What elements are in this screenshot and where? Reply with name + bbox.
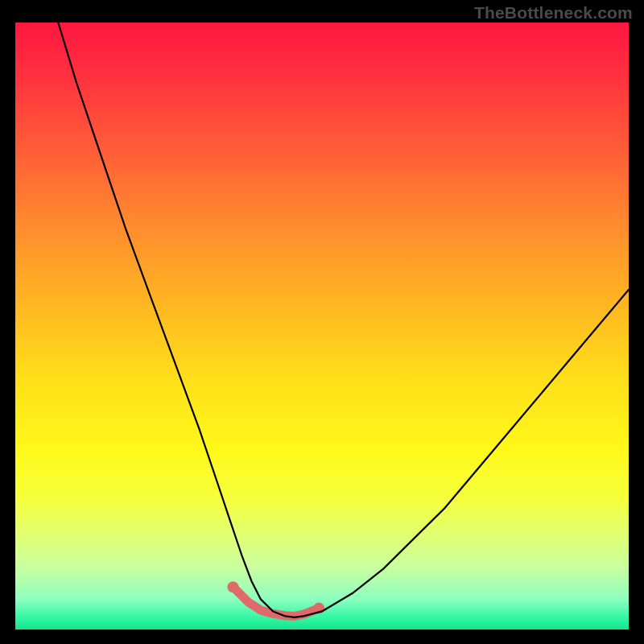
curve-svg: [15, 23, 629, 630]
highlight-dot-start: [228, 581, 239, 592]
watermark-text: TheBottleneck.com: [474, 3, 633, 23]
curve-main: [58, 23, 629, 617]
chart-frame: TheBottleneck.com: [0, 0, 644, 644]
plot-area: [15, 23, 629, 630]
